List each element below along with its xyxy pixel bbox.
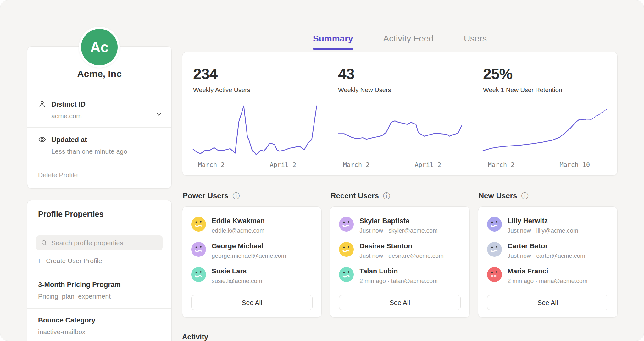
sparkline-weekly-active-users	[193, 105, 317, 155]
search-profile-properties	[36, 235, 163, 250]
stat-label: Week 1 New User Retention	[483, 86, 607, 94]
field-label: Distinct ID	[51, 100, 86, 108]
property-label: Bounce Category	[38, 316, 161, 324]
user-avatar	[191, 217, 206, 232]
x-axis: March 2 March 10	[483, 161, 607, 169]
user-list-item[interactable]: Lilly Herwitz Just now · lilly@acme.com	[487, 217, 608, 234]
user-avatar	[487, 242, 502, 257]
user-name: Eddie Kwakman	[212, 217, 265, 225]
person-icon	[38, 100, 46, 108]
field-value: Less than one minute ago	[51, 148, 127, 155]
power-users-card: Eddie Kwakman eddie.k@acme.com George Mi…	[182, 206, 322, 318]
tab-summary[interactable]: Summary	[313, 34, 353, 50]
stat-label: Weekly New Users	[338, 86, 462, 94]
stat-label: Weekly Active Users	[193, 86, 317, 94]
user-name: Lilly Herwitz	[508, 217, 578, 225]
user-list-item[interactable]: Skylar Baptista Just now · skyler@acme.c…	[339, 217, 460, 234]
tab-users[interactable]: Users	[464, 34, 487, 50]
list-header: Recent Users ⓘ	[330, 191, 469, 200]
user-detail: Just now · lilly@acme.com	[508, 227, 578, 234]
field-distinct-id: Distinct ID acme.com	[27, 92, 171, 127]
user-detail: 2 min ago · talan@acme.com	[359, 278, 437, 284]
see-all-button[interactable]: See All	[339, 295, 460, 310]
profile-properties-title: Profile Properties	[27, 200, 171, 228]
info-icon[interactable]: ⓘ	[383, 192, 390, 200]
list-title: Recent Users	[330, 191, 379, 200]
profile-sidebar: Ac Acme, Inc Distinct ID acme.com	[27, 0, 172, 341]
tab-bar: Summary Activity Feed Users	[182, 34, 618, 50]
list-title: Power Users	[183, 191, 228, 200]
create-user-profile-label: Create User Profile	[46, 257, 102, 265]
property-value: inactive-mailbox	[38, 328, 161, 336]
power-users-section: Power Users ⓘ Eddie Kwakman eddie.k@acme…	[182, 191, 322, 318]
stat-value: 25%	[483, 65, 607, 83]
new-users-card: Lilly Herwitz Just now · lilly@acme.com …	[478, 206, 618, 318]
active-tab-underline	[313, 48, 353, 50]
list-header: New Users ⓘ	[479, 191, 618, 200]
activity-section-title: Activity	[182, 333, 618, 341]
field-value: acme.com	[51, 112, 86, 120]
search-input[interactable]	[36, 235, 163, 250]
user-avatar	[191, 242, 206, 257]
property-value: Pricing_plan_experiment	[38, 293, 161, 300]
tab-activity-feed[interactable]: Activity Feed	[383, 34, 434, 50]
user-avatar	[191, 267, 206, 282]
user-detail: Just now · desirare@acme.com	[359, 252, 443, 259]
recent-users-card: Skylar Baptista Just now · skyler@acme.c…	[330, 206, 469, 318]
x-axis: March 2 April 2	[338, 161, 462, 169]
plus-icon: +	[37, 258, 42, 264]
user-name: George Michael	[212, 242, 286, 250]
user-name: Talan Lubin	[359, 267, 437, 275]
stat-value: 234	[193, 65, 317, 83]
recent-users-section: Recent Users ⓘ Skylar Baptista Just now …	[330, 191, 469, 318]
user-name: Skylar Baptista	[359, 217, 437, 225]
user-list-item[interactable]: Carter Bator Just now · carter@acme.com	[487, 242, 608, 259]
see-all-button[interactable]: See All	[191, 295, 313, 310]
user-avatar	[339, 242, 354, 257]
stat-value: 43	[338, 65, 462, 83]
user-list-item[interactable]: Eddie Kwakman eddie.k@acme.com	[191, 217, 313, 234]
user-detail: george.michael@acme.com	[212, 252, 286, 259]
list-header: Power Users ⓘ	[183, 191, 322, 200]
property-label: 3-Month Pricing Program	[38, 281, 161, 289]
user-detail: 2 min ago · maria@acme.com	[508, 278, 588, 284]
create-user-profile-button[interactable]: + Create User Profile	[37, 257, 162, 265]
user-detail: Just now · skyler@acme.com	[359, 227, 437, 234]
user-list-item[interactable]: Susie Lars susie.l@acme.com	[191, 267, 313, 284]
field-updated-at: Updated at Less than one minute ago	[27, 128, 171, 163]
user-lists-row: Power Users ⓘ Eddie Kwakman eddie.k@acme…	[182, 191, 618, 318]
main-content: Summary Activity Feed Users 234 Weekly A…	[182, 0, 618, 341]
user-list-item[interactable]: Maria Franci 2 min ago · maria@acme.com	[487, 267, 608, 284]
sparkline-weekly-new-users	[338, 105, 462, 155]
user-list-item[interactable]: Desirae Stanton Just now · desirare@acme…	[339, 242, 460, 259]
delete-profile-button[interactable]: Delete Profile	[27, 163, 171, 188]
see-all-button[interactable]: See All	[487, 295, 608, 310]
property-item-pricing-program[interactable]: 3-Month Pricing Program Pricing_plan_exp…	[27, 273, 171, 308]
property-item-bounce-category[interactable]: Bounce Category inactive-mailbox	[27, 308, 171, 341]
sparkline-week1-retention	[483, 105, 607, 155]
stat-weekly-new-users: 43 Weekly New Users March 2 April 2	[327, 65, 472, 169]
company-name: Acme, Inc	[27, 69, 171, 79]
user-name: Carter Bator	[508, 242, 585, 250]
info-icon[interactable]: ⓘ	[521, 192, 528, 200]
user-name: Maria Franci	[508, 267, 588, 275]
new-users-section: New Users ⓘ Lilly Herwitz Just now · lil…	[478, 191, 618, 318]
x-axis: March 2 April 2	[193, 161, 317, 169]
chevron-down-icon[interactable]	[155, 110, 163, 118]
user-list-item[interactable]: George Michael george.michael@acme.com	[191, 242, 313, 259]
user-avatar	[339, 217, 354, 232]
list-title: New Users	[479, 191, 517, 200]
user-name: Desirae Stanton	[359, 242, 443, 250]
user-avatar	[339, 267, 354, 282]
summary-stats-card: 234 Weekly Active Users March 2 April 2 …	[182, 52, 618, 176]
user-avatar	[487, 267, 502, 282]
user-list-item[interactable]: Talan Lubin 2 min ago · talan@acme.com	[339, 267, 460, 284]
company-avatar: Ac	[79, 27, 120, 68]
info-icon[interactable]: ⓘ	[232, 192, 240, 200]
field-label: Updated at	[51, 136, 127, 144]
user-detail: Just now · carter@acme.com	[508, 252, 585, 259]
app-frame: Ac Acme, Inc Distinct ID acme.com	[0, 0, 644, 341]
user-detail: eddie.k@acme.com	[212, 227, 265, 234]
user-name: Susie Lars	[212, 267, 262, 275]
divider	[27, 228, 171, 228]
